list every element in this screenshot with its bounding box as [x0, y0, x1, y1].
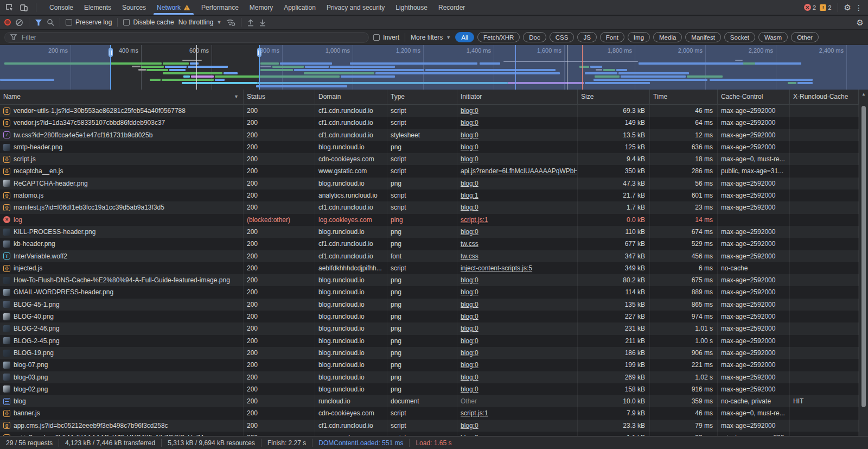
initiator-link[interactable]: blog:0: [461, 422, 478, 429]
table-row[interactable]: smtp-header.png200blog.runcloud.iopngblo…: [0, 141, 859, 153]
network-settings-gear-icon[interactable]: ⚙: [857, 18, 864, 27]
error-count-badge[interactable]: ✕ 2: [804, 4, 816, 11]
initiator-link[interactable]: inject-content-scripts.js:5: [461, 264, 532, 272]
table-row[interactable]: BLOG-2-45.png200blog.runcloud.iopngblog:…: [0, 335, 859, 347]
initiator-link[interactable]: script.js:1: [461, 409, 488, 417]
export-har-icon[interactable]: [259, 18, 266, 27]
request-name-cell[interactable]: {}vendor~utils-1.js?id=30b553ae86281c25f…: [0, 105, 244, 117]
request-name-cell[interactable]: kb-header.png: [0, 238, 244, 250]
initiator-link[interactable]: blog:0: [461, 301, 478, 308]
checkbox[interactable]: [66, 19, 72, 26]
filter-pill-font[interactable]: Font: [600, 32, 624, 42]
request-name-cell[interactable]: {}injected.js: [0, 262, 244, 274]
table-row[interactable]: BLOG-40.png200blog.runcloud.iopngblog:02…: [0, 311, 859, 322]
table-row[interactable]: {}manifest.js?id=f06df1eb3fcc19a1cc39d5a…: [0, 201, 859, 213]
filter-pill-all[interactable]: All: [455, 32, 474, 42]
tab-performance[interactable]: Performance: [196, 0, 244, 15]
filter-pill-manifest[interactable]: Manifest: [685, 32, 720, 42]
request-name-cell[interactable]: How-To-Flush-DNS-Cache-%E2%80%94-A-Full-…: [0, 274, 244, 286]
table-row[interactable]: {}app.cms.js?id=bc05212eeeb9f3eb498c7b96…: [0, 420, 859, 432]
filter-pill-css[interactable]: CSS: [550, 32, 575, 42]
column-header-status[interactable]: Status: [244, 90, 315, 104]
initiator-link[interactable]: blog:0: [461, 143, 478, 151]
selection-end-handle[interactable]: [257, 48, 261, 57]
table-row[interactable]: blog200runcloud.iodocumentOther10.0 kB35…: [0, 395, 859, 407]
tab-network[interactable]: Network: [151, 0, 196, 15]
request-name-cell[interactable]: blog-07.png: [0, 359, 244, 371]
filter-pill-js[interactable]: JS: [577, 32, 596, 42]
filter-pill-doc[interactable]: Doc: [523, 32, 546, 42]
filter-input-box[interactable]: [4, 32, 369, 43]
initiator-link[interactable]: blog:0: [461, 155, 478, 163]
column-header-time[interactable]: Time: [650, 90, 718, 104]
scrollbar-thumb[interactable]: [861, 106, 866, 407]
preserve-log-checkbox[interactable]: Preserve log: [66, 18, 112, 26]
initiator-link[interactable]: blog:0: [461, 228, 478, 236]
initiator-link[interactable]: blog:0: [461, 204, 478, 211]
tab-lighthouse[interactable]: Lighthouse: [390, 0, 433, 15]
table-row[interactable]: KILL-PROCESS-header.png200blog.runcloud.…: [0, 226, 859, 238]
table-row[interactable]: {}recaptcha__en.js200www.gstatic.comscri…: [0, 165, 859, 177]
network-conditions-icon[interactable]: [226, 18, 235, 26]
initiator-link[interactable]: tw.css: [461, 252, 478, 260]
filter-pill-media[interactable]: Media: [653, 32, 682, 42]
checkbox[interactable]: [373, 34, 380, 41]
request-name-cell[interactable]: KILL-PROCESS-header.png: [0, 226, 244, 238]
request-name-cell[interactable]: blog-02.png: [0, 383, 244, 395]
settings-gear-icon[interactable]: ⚙: [844, 3, 851, 11]
column-header-xruncloudcache[interactable]: X-Runcloud-Cache: [790, 90, 859, 104]
filter-toggle-icon[interactable]: [35, 19, 42, 26]
checkbox[interactable]: [123, 19, 130, 26]
request-name-cell[interactable]: BLOG-45-1.png: [0, 299, 244, 311]
initiator-link[interactable]: blog:0: [461, 131, 478, 139]
column-header-cachecontrol[interactable]: Cache-Control: [718, 90, 790, 104]
initiator-link[interactable]: api.js?render=6LfhMcIUAAAAAPqWPbHNC4K5uN…: [461, 167, 578, 175]
request-name-cell[interactable]: BLOG-19.png: [0, 347, 244, 359]
filter-pill-img[interactable]: Img: [628, 32, 650, 42]
network-overview-timeline[interactable]: 200 ms400 ms600 ms800 ms1,000 ms1,200 ms…: [0, 45, 868, 90]
table-row[interactable]: BLOG-45-1.png200blog.runcloud.iopngblog:…: [0, 299, 859, 311]
search-icon[interactable]: [47, 18, 54, 26]
table-row[interactable]: {}matomo.js200analytics.runcloud.ioscrip…: [0, 189, 859, 201]
tab-memory[interactable]: Memory: [244, 0, 278, 15]
filter-input[interactable]: [21, 33, 363, 42]
initiator-link[interactable]: blog:0: [461, 385, 478, 393]
table-row[interactable]: kb-header.png200cf1.cdn.runcloud.iopngtw…: [0, 238, 859, 250]
tab-console[interactable]: Console: [44, 0, 79, 15]
throttling-dropdown[interactable]: No throttling ▼: [178, 18, 222, 26]
request-name-cell[interactable]: blog: [0, 395, 244, 407]
tab-application[interactable]: Application: [278, 0, 321, 15]
table-row[interactable]: ∕tw.css?id=280ffcca4e5e1e47cf161731b9c80…: [0, 129, 859, 141]
record-button[interactable]: [4, 19, 11, 26]
request-name-cell[interactable]: {}manifest.js?id=f06df1eb3fcc19a1cc39d5a…: [0, 201, 244, 213]
table-row[interactable]: blog-07.png200blog.runcloud.iopngblog:01…: [0, 359, 859, 371]
request-name-cell[interactable]: {}vendor.js?id=1da347c58335107cbbd86fdde…: [0, 117, 244, 129]
tab-privacy-and-security[interactable]: Privacy and security: [321, 0, 390, 15]
tab-sources[interactable]: Sources: [117, 0, 151, 15]
request-name-cell[interactable]: BLOG-2-46.png: [0, 322, 244, 334]
filter-pill-socket[interactable]: Socket: [724, 32, 755, 42]
table-row[interactable]: TInterVariable.woff2200cf1.cdn.runcloud.…: [0, 250, 859, 262]
request-name-cell[interactable]: {}script.js: [0, 153, 244, 165]
filter-pill-fetchxhr[interactable]: Fetch/XHR: [477, 32, 520, 42]
column-header-name[interactable]: Name▼: [0, 90, 244, 104]
initiator-link[interactable]: blog:0: [461, 276, 478, 284]
vertical-scrollbar[interactable]: ▲: [859, 90, 868, 436]
initiator-link[interactable]: blog:0: [461, 107, 478, 115]
table-row[interactable]: blog-02.png200blog.runcloud.iopngblog:01…: [0, 383, 859, 395]
initiator-link[interactable]: script.js:1: [461, 216, 488, 224]
initiator-link[interactable]: blog:0: [461, 361, 478, 369]
tab-recorder[interactable]: Recorder: [433, 0, 470, 15]
selection-start-handle[interactable]: [108, 48, 113, 57]
initiator-link[interactable]: blog:0: [461, 374, 478, 381]
clear-button[interactable]: [15, 18, 23, 27]
request-name-cell[interactable]: {}recaptcha__en.js: [0, 165, 244, 177]
request-name-cell[interactable]: {}banner.js: [0, 407, 244, 419]
initiator-link[interactable]: blog:0: [461, 325, 478, 332]
request-name-cell[interactable]: blog-03.png: [0, 371, 244, 383]
table-row[interactable]: ✕log(blocked:other)log.cookieyes.comping…: [0, 214, 859, 226]
request-name-cell[interactable]: ✕log: [0, 214, 244, 226]
initiator-link[interactable]: blog:0: [461, 337, 478, 345]
warning-count-badge[interactable]: ! 2: [820, 4, 831, 11]
disable-cache-checkbox[interactable]: Disable cache: [123, 18, 174, 26]
